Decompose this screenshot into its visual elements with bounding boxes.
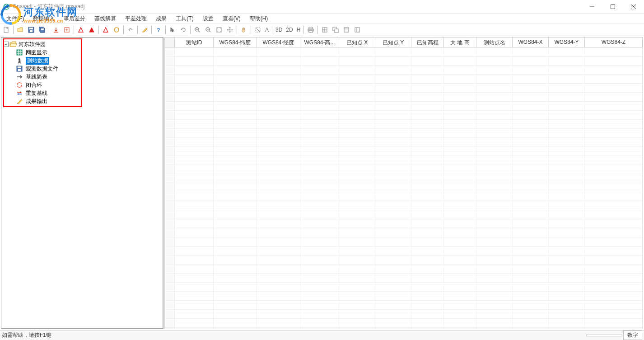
tree-item-output[interactable]: 成果输出 [16,97,161,105]
open-icon[interactable] [15,25,25,35]
col-station-id[interactable]: 测站ID [175,38,214,47]
triangle-red-fill-icon[interactable] [87,25,97,35]
circle-arrow-icon[interactable] [112,25,121,35]
table-row[interactable] [165,93,643,102]
minimize-button[interactable] [582,0,602,14]
table-row[interactable] [165,274,643,283]
col-wgs84-x[interactable]: WGS84-X [513,38,549,47]
tree-item-obsfile[interactable]: 观测数据文件 [16,65,161,73]
table-row[interactable] [165,237,643,246]
table-row[interactable] [165,138,643,147]
table-row[interactable] [165,84,643,93]
table-row[interactable] [165,319,643,328]
col-wgs84-z[interactable]: WGS84-Z [585,38,643,47]
tree-item-loop[interactable]: 闭合环 [16,81,161,89]
table-row[interactable] [165,210,643,219]
tree-collapse-icon[interactable]: − [3,42,9,47]
col-wgs84-lat[interactable]: WGS84-纬度 [214,38,257,47]
window-icon[interactable] [341,25,351,35]
menu-result[interactable]: 成果 [151,14,171,24]
table-row[interactable] [165,111,643,120]
table-row[interactable] [165,75,643,84]
menu-view[interactable]: 查看(V) [218,14,245,24]
menu-help[interactable]: 帮助(H) [245,14,273,24]
table-row[interactable] [165,129,643,138]
menu-settings[interactable]: 设置 [198,14,218,24]
table-row[interactable] [165,102,643,111]
menu-baseline[interactable]: 基线解算 [90,14,121,24]
zoom-in-icon[interactable] [192,25,202,35]
table-row[interactable] [165,165,643,174]
help-icon[interactable]: ? [154,25,163,35]
pointer-icon[interactable] [168,25,177,35]
col-wgs84-lon[interactable]: WGS84-经度 [257,38,300,47]
col-known-x[interactable]: 已知点 X [339,38,375,47]
col-known-y[interactable]: 已知点 Y [375,38,411,47]
col-station-name[interactable]: 测站点名 [476,38,513,47]
text-a-button[interactable]: A [263,27,271,33]
table-corner[interactable] [165,38,175,47]
table-row[interactable] [165,201,643,210]
select-rect-icon[interactable] [253,25,263,35]
table-row[interactable] [165,147,643,156]
table-row[interactable] [165,246,643,255]
menu-post-diff[interactable]: 事后差分 [59,14,90,24]
zoom-fit-icon[interactable] [214,25,224,35]
table-row[interactable] [165,120,643,129]
table-row[interactable] [165,310,643,319]
table-row[interactable] [165,283,643,292]
triangle-red-icon[interactable] [76,25,86,35]
col-wgs84-h[interactable]: WGS84-高... [300,38,339,47]
table-row[interactable] [165,264,643,274]
table-row[interactable] [165,219,643,228]
table-row[interactable] [165,183,643,192]
menu-file[interactable]: 文件(F) [2,14,28,24]
tree-item-baseline[interactable]: 基线简表 [16,73,161,81]
table-row[interactable] [165,47,643,57]
undo-icon[interactable] [126,25,135,35]
tree-item-station[interactable]: 测站数据 [16,57,161,65]
hand-icon[interactable] [239,25,249,35]
table-row[interactable] [165,57,643,66]
table-row[interactable] [165,192,643,201]
import2-icon[interactable] [62,25,72,35]
table-row[interactable] [165,328,643,329]
view-2d-button[interactable]: 2D [284,27,294,33]
tree-root-node[interactable]: − 河东软件园 [3,40,161,48]
view-h-button[interactable]: H [295,27,303,33]
tree-item-label: 基线简表 [26,73,47,81]
view-3d-button[interactable]: 3D [274,27,284,33]
menu-tools[interactable]: 工具(T) [171,14,198,24]
panel-icon[interactable] [352,25,362,35]
tree-item-repeat[interactable]: 重复基线 [16,89,161,97]
table-row[interactable] [165,255,643,264]
tree-panel: − 河东软件园 网图显示 测站数据 观测数据文件 [1,37,163,329]
table-row[interactable] [165,66,643,75]
tree-item-netview[interactable]: 网图显示 [16,48,161,57]
col-wgs84-y[interactable]: WGS84-Y [549,38,585,47]
table-body[interactable] [165,47,643,329]
table-row[interactable] [165,301,643,310]
import-icon[interactable] [51,25,61,35]
save-icon[interactable] [26,25,36,35]
menu-data-input[interactable]: 数据输入 [28,14,59,24]
layers-icon[interactable] [331,25,341,35]
triangle-outline-icon[interactable] [101,25,111,35]
table-row[interactable] [165,228,643,237]
menu-adjust[interactable]: 平差处理 [121,14,151,24]
pencil-icon[interactable] [140,25,149,35]
rotate-icon[interactable] [178,25,188,35]
maximize-button[interactable] [602,0,623,14]
table-row[interactable] [165,174,643,183]
grid-icon[interactable] [320,25,330,35]
table-row[interactable] [165,292,643,301]
zoom-out-icon[interactable] [203,25,213,35]
col-known-elev[interactable]: 已知高程 [411,38,444,47]
print-icon[interactable] [306,25,316,35]
save-all-icon[interactable] [37,25,47,35]
pan-icon[interactable] [225,25,235,35]
close-button[interactable] [623,0,644,14]
new-icon[interactable] [1,25,11,35]
col-geodetic-h[interactable]: 大 地 高 [444,38,476,47]
table-row[interactable] [165,156,643,165]
